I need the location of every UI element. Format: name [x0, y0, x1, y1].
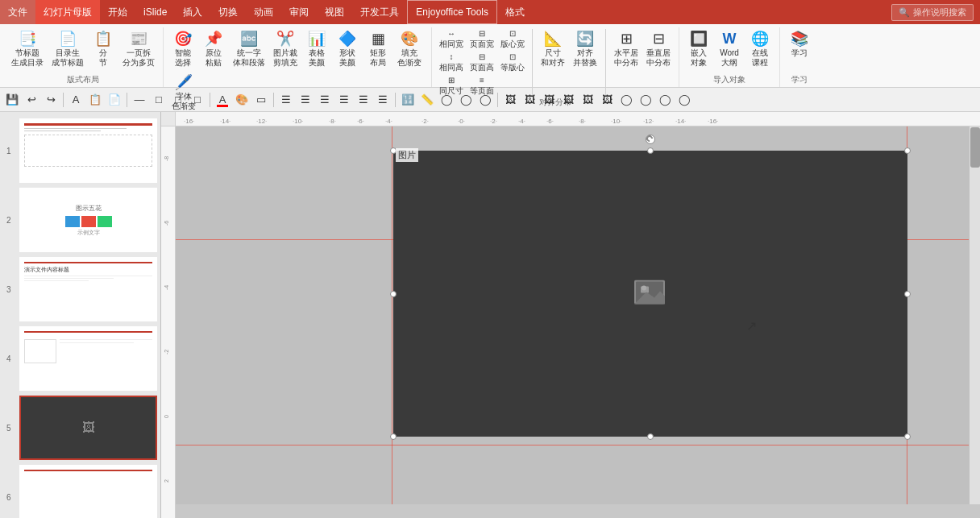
handle-tr[interactable] — [904, 147, 911, 154]
toolbar-num-list[interactable]: 🔢 — [399, 91, 417, 109]
btn-unified-text[interactable]: 🔤 统一字体和段落 — [230, 27, 268, 69]
search-placeholder: 操作说明搜索 — [913, 6, 966, 19]
toolbar-b4[interactable]: □ — [189, 91, 206, 109]
slides-panel[interactable]: 1 2 图示五花 示例文字 — [0, 112, 161, 518]
menu-animate[interactable]: 动画 — [246, 0, 281, 24]
slide-thumb-4[interactable]: 4 — [19, 326, 157, 391]
menu-slidemaster[interactable]: 幻灯片母版 — [35, 0, 100, 24]
slide-thumb-2[interactable]: 2 图示五花 示例文字 — [19, 188, 157, 252]
menu-file[interactable]: 文件 — [0, 0, 35, 24]
toolbar-b3[interactable]: □ — [169, 91, 187, 109]
toolbar-b1[interactable]: — — [131, 91, 148, 109]
handle-tc[interactable] — [647, 147, 654, 154]
toolbar-b9[interactable]: ◯ — [637, 91, 654, 109]
slide-area[interactable] — [393, 151, 907, 437]
btn-page-width[interactable]: ⊟ 页面宽 — [467, 27, 496, 50]
menu-search-box[interactable]: 🔍 操作说明搜索 — [891, 4, 974, 21]
menu-devtools[interactable]: 开发工具 — [352, 0, 407, 24]
menu-view[interactable]: 视图 — [317, 0, 352, 24]
slide-thumb-5[interactable]: 5 🖼 — [19, 396, 157, 460]
toolbar-align-center[interactable]: ☰ — [297, 91, 314, 109]
frame-height-icon: ⊡ — [509, 52, 516, 62]
btn-align-replace[interactable]: 🔄 对齐并替换 — [570, 27, 600, 69]
handle-br[interactable] — [904, 433, 911, 440]
handle-mr[interactable] — [904, 291, 911, 297]
btn-word-outline[interactable]: W Word大纲 — [715, 27, 744, 69]
menu-enjoyoffice[interactable]: Enjoyoffice Tools — [407, 0, 497, 24]
toolbar-img2[interactable]: 🖼 — [521, 91, 538, 109]
btn-smart-select[interactable]: 🎯 智能选择 — [168, 27, 197, 69]
svg-text:·6·: ·6· — [546, 118, 554, 125]
toolbar-b11[interactable]: ◯ — [675, 91, 693, 109]
btn-paste-original[interactable]: 📌 原位粘贴 — [199, 27, 228, 69]
handle-ml[interactable] — [390, 291, 397, 297]
btn-table-beauty[interactable]: 📊 表格美颜 — [302, 27, 331, 69]
toolbar-fill-color[interactable]: 🎨 — [233, 91, 251, 109]
btn-frame-height[interactable]: ⊡ 等版心 — [498, 51, 527, 73]
slide-thumb-6[interactable]: 6 — [19, 465, 157, 518]
btn-same-height[interactable]: ↕ 相同高 — [437, 51, 466, 73]
menu-switch[interactable]: 切换 — [210, 0, 246, 24]
group-label-import: 导入对象 — [713, 74, 745, 87]
btn-update-layout[interactable]: 📄 目录生成节标题 — [48, 27, 87, 69]
handle-tl[interactable] — [390, 147, 397, 154]
menu-insert[interactable]: 插入 — [175, 0, 210, 24]
toolbar-img3[interactable]: 🖼 — [540, 91, 558, 109]
toolbar-font-color[interactable]: A — [214, 91, 231, 109]
btn-h-center[interactable]: ⊞ 水平居中分布 — [611, 27, 642, 69]
rotate-handle[interactable] — [646, 135, 655, 144]
toolbar-align-left[interactable]: ☰ — [277, 91, 295, 109]
toolbar-list[interactable]: ☰ — [374, 91, 392, 109]
svg-text:-2: -2 — [164, 350, 169, 354]
slide-thumb-3[interactable]: 3 演示文件内容标题 — [19, 257, 157, 321]
v-scrollbar[interactable] — [969, 126, 980, 504]
toolbar-redo[interactable]: ↪ — [42, 91, 60, 109]
toolbar-img4[interactable]: 🖼 — [559, 91, 577, 109]
btn-shape-beauty[interactable]: 🔷 形状美颜 — [333, 27, 362, 69]
menu-islide[interactable]: iSlide — [135, 0, 175, 24]
btn-same-width[interactable]: ↔ 相同宽 — [437, 27, 466, 50]
toolbar-img5[interactable]: 🖼 — [579, 91, 596, 109]
toolbar-img6[interactable]: 🖼 — [598, 91, 616, 109]
toolbar-b7[interactable]: ◯ — [476, 91, 494, 109]
btn-page-height[interactable]: ⊟ 页面高 — [467, 51, 496, 73]
toolbar-b2[interactable]: □ — [150, 91, 168, 109]
toolbar-undo[interactable]: ↩ — [23, 91, 40, 109]
toolbar-align-right[interactable]: ☰ — [316, 91, 334, 109]
toolbar-img1[interactable]: 🖼 — [501, 91, 519, 109]
slide-thumb-1[interactable]: 1 — [19, 118, 157, 183]
btn-crop-img[interactable]: ✂️ 图片裁剪填充 — [270, 27, 301, 69]
btn-embed-obj[interactable]: 🔲 嵌入对象 — [684, 27, 713, 69]
toolbar-align-dist[interactable]: ☰ — [355, 91, 372, 109]
toolbar-b6[interactable]: ◯ — [457, 91, 475, 109]
toolbar-format-paint[interactable]: A — [67, 91, 85, 109]
handle-bl[interactable] — [390, 433, 397, 440]
toolbar-indent[interactable]: 📏 — [418, 91, 436, 109]
btn-split-page[interactable]: 📰 一页拆分为多页 — [119, 27, 158, 69]
toolbar-b10[interactable]: ◯ — [656, 91, 674, 109]
scrollbar-thumb[interactable] — [970, 127, 980, 168]
btn-online-course[interactable]: 🌐 在线课程 — [745, 27, 774, 69]
toolbar-save[interactable]: 💾 — [3, 91, 21, 109]
menu-format[interactable]: 格式 — [497, 0, 533, 24]
toolbar-b8[interactable]: ◯ — [617, 91, 635, 109]
section-icon: 📋 — [93, 29, 113, 48]
toolbar-copy[interactable]: 📋 — [86, 91, 104, 109]
toolbar-line-color[interactable]: ▭ — [252, 91, 270, 109]
toolbar-paste[interactable]: 📄 — [106, 91, 123, 109]
btn-insert-layout[interactable]: 📑 节标题生成目录 — [8, 27, 47, 69]
btn-v-center[interactable]: ⊟ 垂直居中分布 — [643, 27, 674, 69]
btn-study[interactable]: 📚 学习 — [785, 27, 814, 60]
btn-fill-gradient[interactable]: 🎨 填充色渐变 — [394, 27, 425, 69]
btn-frame-width[interactable]: ⊡ 版心宽 — [498, 27, 527, 50]
btn-section[interactable]: 📋 分节 — [89, 27, 118, 69]
menu-start[interactable]: 开始 — [100, 0, 135, 24]
btn-size-align[interactable]: 📐 尺寸和对齐 — [538, 27, 568, 69]
menu-review[interactable]: 审阅 — [281, 0, 317, 24]
toolbar-b5[interactable]: ◯ — [438, 91, 455, 109]
canvas-area[interactable]: ·16· ·14· ·12· ·10· ·8· ·6· ·4· ·2· ·0· … — [161, 112, 980, 518]
canvas-wrapper[interactable]: 图片 ↗ — [176, 126, 980, 504]
toolbar-align-justify[interactable]: ☰ — [335, 91, 353, 109]
handle-bc[interactable] — [647, 433, 654, 440]
btn-rect-layout[interactable]: ▦ 矩形布局 — [363, 27, 392, 69]
